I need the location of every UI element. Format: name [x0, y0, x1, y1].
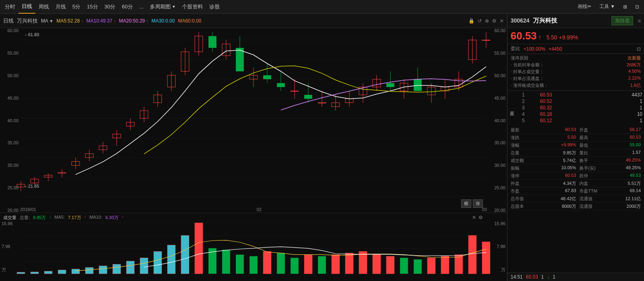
- nav-30min[interactable]: 30分: [101, 0, 119, 14]
- fengdan-value-3: 1.6亿: [630, 82, 641, 88]
- nav-more[interactable]: ...: [136, 0, 147, 14]
- nav-15min[interactable]: 15分: [84, 0, 101, 14]
- fengdan-row-2: · 封单占流通盘： 2.22%: [511, 75, 641, 82]
- vol-ma10-label: MA10:: [90, 215, 102, 221]
- vol-ma10-arrow: ↑: [122, 215, 124, 221]
- stat-row-3: 总量 9.85万 量比 1.57: [511, 149, 641, 157]
- stat-row-4: 成交额 5.74亿 换手 49.25%: [511, 157, 641, 164]
- ma10-value: MA10:49.37 ↑: [86, 18, 116, 24]
- compare-row: 委比 +100.00% +4450 ⊡: [507, 44, 644, 54]
- stat-value2-4: 49.25%: [599, 158, 641, 164]
- stat-label2-5: 换手(实): [579, 165, 599, 171]
- stat-label-8: 市盈: [511, 188, 535, 194]
- fengdan-label-3: · 涨停板成交金额：: [511, 82, 630, 88]
- stat-label-7: 外盘: [511, 180, 535, 187]
- price-display: 60.53 ↑ 5.50 +9.99%: [507, 28, 644, 44]
- buy-row-3: 4 60.18 10: [517, 111, 644, 117]
- buy-rank-1: 2: [518, 98, 525, 104]
- chart-icon4[interactable]: ⚙: [492, 18, 497, 24]
- fengdan-section: 涨停原因 次新股 · 当前封单金额： 2686万 · 封单占成交量： 4.50%…: [507, 54, 644, 91]
- volume-chart-canvas[interactable]: [0, 213, 507, 281]
- nav-weekly[interactable]: 周线: [35, 0, 52, 14]
- stat-label-1: 涨跌: [511, 135, 535, 141]
- buy-rows: 1 60.53 4437 2 60.52 1 3 60.32 1 4 60.18: [517, 92, 644, 124]
- nav-multiperiod[interactable]: 多周期图 ▼: [147, 0, 179, 14]
- stat-value-5: 10.05%: [535, 165, 576, 171]
- ts-time: 14:51: [511, 274, 523, 280]
- compare-icon[interactable]: ⊡: [637, 46, 641, 52]
- stat-label2-0: 开盘: [579, 127, 599, 133]
- right-panel: 300624 万兴科技 加自选 ≡ 60.53 ↑ 5.50 +9.99% 委比…: [507, 14, 644, 281]
- nav-daily[interactable]: 日线: [18, 0, 35, 14]
- main-chart-container[interactable]: 60.00 55.00 50.00 45.00 40.00 35.00 30.0…: [0, 28, 507, 213]
- stat-value2-1: 60.53: [599, 135, 641, 141]
- nav-tools[interactable]: 工具 ▼: [596, 2, 618, 11]
- nav-layout2[interactable]: ⊡: [632, 3, 642, 10]
- stock-info-header: 300624 万兴科技 加自选 ≡: [507, 14, 644, 28]
- ma30-value: MA30:0.00: [151, 18, 175, 24]
- stat-value-2: +9.99%: [535, 142, 576, 148]
- nav-fenshi[interactable]: 分时: [2, 0, 18, 14]
- wm-btn-1[interactable]: 横: [461, 199, 471, 208]
- stat-value2-3: 1.57: [599, 150, 641, 156]
- stat-value-8: 67.83: [535, 188, 576, 194]
- timestamp-bar: 14:51 60.53 1 ↓ 1: [507, 273, 644, 281]
- stat-label-9: 总市值: [511, 196, 535, 202]
- stat-value2-9: 12.11亿: [599, 196, 641, 202]
- stat-value-1: 5.50: [535, 135, 576, 141]
- stat-row-7: 外盘 4.34万 内盘 5.51万: [511, 180, 641, 187]
- nav-diagnosis[interactable]: 诊股: [206, 0, 223, 14]
- ma60-value: MA60:0.00: [178, 18, 201, 24]
- buy-row-1: 2 60.52 1: [517, 98, 644, 105]
- chart-icon5[interactable]: ✕: [500, 18, 504, 24]
- fengdan-row-0: · 当前封单金额： 2686万: [511, 62, 641, 68]
- nav-monthly[interactable]: 月线: [52, 0, 69, 14]
- vol-ma5-value: 7.17万: [68, 215, 81, 221]
- stat-label2-10: 流通股: [579, 203, 599, 209]
- buy-vol-2: 1: [552, 105, 642, 111]
- nav-5min[interactable]: 5分: [69, 0, 84, 14]
- buy-price-3: 60.18: [528, 111, 552, 117]
- chart-icon1[interactable]: 🔒: [468, 18, 474, 24]
- fengdan-row-1: · 封单占成交量： 4.50%: [511, 68, 641, 75]
- chart-area: 日线 万兴科技 MA ▼ MA5:52.28 ↑ MA10:49.37 ↑ MA…: [0, 14, 507, 281]
- chart-timeframe: 日线: [3, 17, 14, 25]
- stat-value-0: 60.53: [535, 127, 576, 133]
- nav-layout1[interactable]: ⊞: [620, 3, 630, 10]
- vol-close-icon[interactable]: ✕: [472, 215, 476, 220]
- main-layout: 日线 万兴科技 MA ▼ MA5:52.28 ↑ MA10:49.37 ↑ MA…: [0, 14, 644, 281]
- nav-draw[interactable]: 画线✏: [574, 2, 595, 11]
- volume-area[interactable]: 成交量 总量: 9.85万 ↓ MA5: 7.17万 ↑ MA10: 6.30万…: [0, 213, 507, 281]
- chart-header: 日线 万兴科技 MA ▼ MA5:52.28 ↑ MA10:49.37 ↑ MA…: [0, 14, 507, 28]
- stat-label-4: 成交额: [511, 158, 535, 164]
- nav-60min[interactable]: 60分: [119, 0, 136, 14]
- stat-row-5: 振幅 10.05% 换手(实) 49.25%: [511, 164, 641, 172]
- buy-price-2: 60.32: [528, 105, 552, 111]
- compare-label: 委比: [511, 45, 520, 52]
- chart-stock-name: 万兴科技: [17, 17, 38, 25]
- nav-stockinfo[interactable]: 个股资料: [179, 0, 206, 14]
- wm-btn-2[interactable]: 张: [473, 199, 483, 208]
- stat-value2-10: 2000万: [599, 203, 641, 209]
- stat-value-10: 8000万: [535, 203, 576, 209]
- buy-row-0: 1 60.53 4437: [517, 92, 644, 98]
- price-up-arrow: ↑: [538, 34, 543, 41]
- vol-settings-icon[interactable]: ⚙: [478, 215, 483, 220]
- compare-value2: +4450: [548, 46, 562, 52]
- menu-icon[interactable]: ≡: [638, 18, 641, 24]
- main-chart-canvas[interactable]: [0, 28, 507, 213]
- vol-label: 成交量: [3, 215, 16, 221]
- stat-value-3: 9.85万: [535, 150, 576, 156]
- stat-label2-6: 跌停: [579, 173, 599, 179]
- chart-watermark: 横 张: [461, 199, 483, 208]
- chart-icon2[interactable]: ↺: [478, 18, 482, 24]
- price-change: 5.50 +9.99%: [546, 34, 578, 41]
- buy-vol-3: 10: [552, 111, 642, 117]
- ma5-value: MA5:52.28 ↑: [57, 18, 83, 24]
- chart-icon3[interactable]: ⊕: [485, 18, 489, 24]
- chart-ma-label[interactable]: MA ▼: [41, 18, 53, 24]
- buy-price-1: 60.52: [528, 98, 552, 104]
- add-watchlist-button[interactable]: 加自选: [611, 16, 633, 25]
- vol-total-value: 9.85万: [33, 215, 46, 221]
- stat-row-0: 最新 60.53 开盘 56.17: [511, 126, 641, 134]
